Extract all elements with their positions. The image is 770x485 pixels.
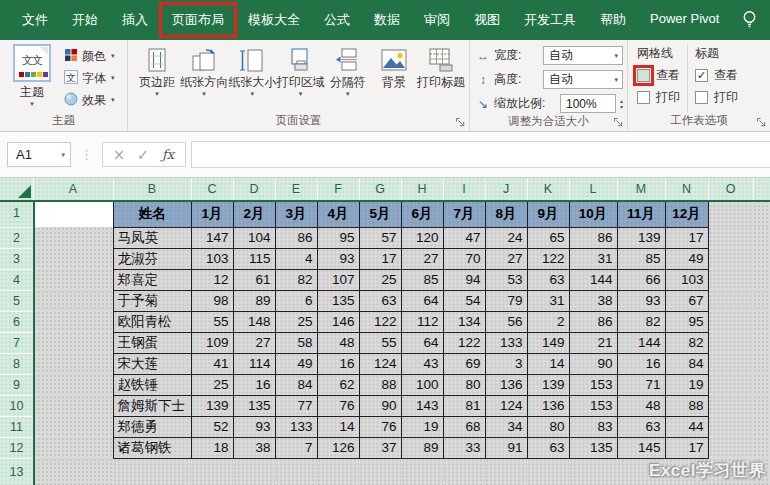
ribbon-tab-公式[interactable]: 公式 xyxy=(312,3,362,37)
table-value-cell[interactable]: 86 xyxy=(569,227,617,248)
table-value-cell[interactable]: 88 xyxy=(665,395,708,416)
cell[interactable] xyxy=(708,374,753,395)
table-value-cell[interactable]: 43 xyxy=(401,353,443,374)
table-value-cell[interactable]: 139 xyxy=(527,374,569,395)
row-header-10[interactable]: 10 xyxy=(0,395,33,416)
table-value-cell[interactable]: 93 xyxy=(317,248,359,269)
table-value-cell[interactable]: 120 xyxy=(401,227,443,248)
table-value-cell[interactable]: 145 xyxy=(617,437,665,458)
table-value-cell[interactable]: 25 xyxy=(275,311,317,332)
ribbon-tab-开发工具[interactable]: 开发工具 xyxy=(512,3,588,37)
row-header-11[interactable]: 11 xyxy=(0,416,33,437)
cell[interactable] xyxy=(753,353,770,374)
column-header-E[interactable]: E xyxy=(275,178,317,200)
table-value-cell[interactable]: 33 xyxy=(443,437,485,458)
table-value-cell[interactable]: 47 xyxy=(443,227,485,248)
table-value-cell[interactable]: 52 xyxy=(191,416,233,437)
column-header-J[interactable]: J xyxy=(485,178,527,200)
row-header-4[interactable]: 4 xyxy=(0,269,33,290)
cell[interactable] xyxy=(753,248,770,269)
column-header-O[interactable]: O xyxy=(708,178,753,200)
table-value-cell[interactable]: 133 xyxy=(275,416,317,437)
table-value-cell[interactable]: 89 xyxy=(233,290,275,311)
table-value-cell[interactable]: 7 xyxy=(275,437,317,458)
table-value-cell[interactable]: 89 xyxy=(401,437,443,458)
table-value-cell[interactable]: 64 xyxy=(401,332,443,353)
formula-input[interactable] xyxy=(191,141,770,168)
table-value-cell[interactable]: 98 xyxy=(191,290,233,311)
cell[interactable] xyxy=(753,269,770,290)
cell[interactable] xyxy=(113,458,191,485)
table-value-cell[interactable]: 107 xyxy=(317,269,359,290)
table-value-cell[interactable]: 83 xyxy=(569,416,617,437)
table-value-cell[interactable]: 63 xyxy=(617,416,665,437)
table-value-cell[interactable]: 109 xyxy=(191,332,233,353)
字体-button[interactable]: 文字体▾ xyxy=(64,68,115,88)
dialog-launcher-icon[interactable] xyxy=(612,116,624,128)
table-value-cell[interactable]: 41 xyxy=(191,353,233,374)
checkbox-unchecked[interactable] xyxy=(637,69,650,82)
cell[interactable] xyxy=(359,458,401,485)
table-value-cell[interactable]: 48 xyxy=(317,332,359,353)
table-value-cell[interactable]: 148 xyxy=(233,311,275,332)
table-value-cell[interactable]: 82 xyxy=(665,332,708,353)
table-value-cell[interactable]: 95 xyxy=(317,227,359,248)
table-name-cell[interactable]: 郑德勇 xyxy=(113,416,191,437)
table-value-cell[interactable]: 25 xyxy=(359,269,401,290)
cell[interactable] xyxy=(275,458,317,485)
table-value-cell[interactable]: 27 xyxy=(401,248,443,269)
cell[interactable] xyxy=(33,290,113,311)
table-value-cell[interactable]: 143 xyxy=(401,395,443,416)
cell[interactable] xyxy=(753,437,770,458)
table-name-cell[interactable]: 宋大莲 xyxy=(113,353,191,374)
table-value-cell[interactable]: 14 xyxy=(527,353,569,374)
table-value-cell[interactable]: 93 xyxy=(233,416,275,437)
table-value-cell[interactable]: 136 xyxy=(527,395,569,416)
column-header-partial[interactable] xyxy=(753,178,770,200)
table-value-cell[interactable]: 57 xyxy=(359,227,401,248)
table-header-cell[interactable]: 8月 xyxy=(485,200,527,227)
checkbox-checked[interactable]: ✓ xyxy=(695,69,708,82)
table-value-cell[interactable]: 135 xyxy=(317,290,359,311)
cell[interactable] xyxy=(33,269,113,290)
table-name-cell[interactable]: 马凤英 xyxy=(113,227,191,248)
table-value-cell[interactable]: 3 xyxy=(485,353,527,374)
column-header-C[interactable]: C xyxy=(191,178,233,200)
column-header-N[interactable]: N xyxy=(665,178,708,200)
table-name-cell[interactable]: 龙淑芬 xyxy=(113,248,191,269)
table-value-cell[interactable]: 85 xyxy=(617,248,665,269)
table-value-cell[interactable]: 135 xyxy=(233,395,275,416)
cell[interactable] xyxy=(527,458,569,485)
row-header-9[interactable]: 9 xyxy=(0,374,33,395)
cell[interactable] xyxy=(708,332,753,353)
table-value-cell[interactable]: 58 xyxy=(275,332,317,353)
table-value-cell[interactable]: 18 xyxy=(191,437,233,458)
table-header-cell[interactable]: 姓名 xyxy=(113,200,191,227)
table-value-cell[interactable]: 149 xyxy=(527,332,569,353)
table-value-cell[interactable]: 64 xyxy=(401,290,443,311)
table-value-cell[interactable]: 133 xyxy=(485,332,527,353)
table-value-cell[interactable]: 38 xyxy=(233,437,275,458)
cell[interactable] xyxy=(708,227,753,248)
table-value-cell[interactable]: 19 xyxy=(401,416,443,437)
cell[interactable] xyxy=(569,458,617,485)
ribbon-tab-开始[interactable]: 开始 xyxy=(60,3,110,37)
table-value-cell[interactable]: 19 xyxy=(665,374,708,395)
table-value-cell[interactable]: 104 xyxy=(233,227,275,248)
insert-function-icon[interactable]: ƒx xyxy=(155,147,181,162)
table-header-cell[interactable]: 10月 xyxy=(569,200,617,227)
table-value-cell[interactable]: 103 xyxy=(665,269,708,290)
cell[interactable] xyxy=(33,437,113,458)
table-value-cell[interactable]: 70 xyxy=(443,248,485,269)
table-value-cell[interactable]: 56 xyxy=(485,311,527,332)
table-value-cell[interactable]: 16 xyxy=(317,353,359,374)
table-value-cell[interactable]: 17 xyxy=(665,227,708,248)
table-value-cell[interactable]: 31 xyxy=(569,248,617,269)
table-value-cell[interactable]: 17 xyxy=(359,248,401,269)
table-value-cell[interactable]: 103 xyxy=(191,248,233,269)
cell[interactable] xyxy=(753,227,770,248)
table-value-cell[interactable]: 37 xyxy=(359,437,401,458)
table-value-cell[interactable]: 134 xyxy=(443,311,485,332)
tell-me-lightbulb-icon[interactable] xyxy=(741,9,760,31)
table-value-cell[interactable]: 136 xyxy=(485,374,527,395)
